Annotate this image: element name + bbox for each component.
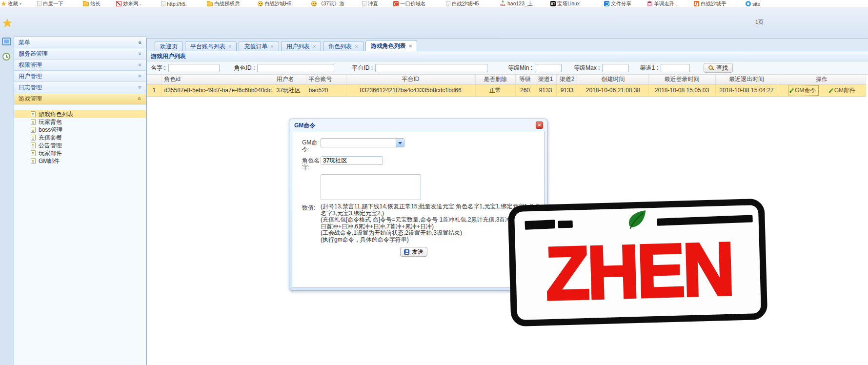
item-label: 玩家背包 xyxy=(39,118,62,126)
dialog-close-button[interactable]: × xyxy=(536,122,543,129)
column-header[interactable]: 渠道1 xyxy=(535,75,556,84)
column-header[interactable]: 操作 xyxy=(778,75,866,84)
tab-bar: 欢迎页 平台账号列表× 充值订单× 用户列表× 角色列表× 游戏角色列表× xyxy=(147,39,868,51)
page-icon xyxy=(362,1,366,6)
cell-last-logout-time: 2018-10-08 15:04:27 xyxy=(715,84,778,96)
sidebar-item-boss[interactable]: boss管理 xyxy=(14,126,146,134)
bookmark-item[interactable]: 单调走升， xyxy=(647,0,680,7)
sidebar-item-player-bag[interactable]: 玩家背包 xyxy=(14,118,146,126)
column-header[interactable]: 平台账号 xyxy=(306,75,346,84)
page-icon xyxy=(37,1,41,6)
level-max-filter-input[interactable] xyxy=(602,64,629,72)
column-header-seq[interactable] xyxy=(147,75,161,84)
table-row[interactable]: 1 d35587e8-5ebc-49d7-ba7e-f6c6bb040cfc 3… xyxy=(147,84,866,96)
gm-command-select[interactable] xyxy=(321,138,404,147)
gm-mail-button[interactable]: GM邮件 xyxy=(830,86,855,95)
sidebar: 菜单 « 服务器管理 « 权限管理 « 用户管理 « 日志管理 « 游戏管理 «… xyxy=(14,37,146,365)
red-badge-icon xyxy=(393,1,399,6)
value-textarea[interactable] xyxy=(321,174,421,200)
sidebar-section-game[interactable]: 游戏管理 « xyxy=(14,93,146,104)
tab-label: 充值订单 xyxy=(244,42,267,51)
close-icon[interactable]: × xyxy=(409,43,412,49)
sidebar-item-gm-mail[interactable]: GM邮件 xyxy=(14,157,146,165)
tab-user-list[interactable]: 用户列表× xyxy=(281,41,321,51)
gm-command-button[interactable]: GM命令 xyxy=(788,85,819,96)
column-header[interactable]: 用户名 xyxy=(274,75,306,84)
row-seq: 1 xyxy=(147,84,161,96)
column-header[interactable]: 最近登录时间 xyxy=(648,75,715,84)
close-icon[interactable]: × xyxy=(270,44,273,49)
chevron-down-icon[interactable] xyxy=(396,139,404,147)
tab-label: 平台账号列表 xyxy=(190,42,225,51)
tab-platform-accounts[interactable]: 平台账号列表× xyxy=(185,41,237,51)
clock-icon[interactable] xyxy=(2,53,10,61)
taobao-icon xyxy=(694,1,699,6)
sidebar-item-player-mail[interactable]: 玩家邮件 xyxy=(14,149,146,157)
sidebar-item-announcement[interactable]: 公告管理 xyxy=(14,142,146,149)
search-button[interactable]: 查找 xyxy=(704,63,733,73)
bookmark-label: 白度一下 xyxy=(43,0,63,7)
level-min-filter-input[interactable] xyxy=(535,64,562,72)
bookmark-item[interactable]: 白战授权后 xyxy=(207,0,240,7)
star-icon xyxy=(1,1,6,6)
platform-id-filter-label: 平台ID : xyxy=(352,64,373,72)
collapse-sidebar-icon[interactable]: « xyxy=(138,39,141,46)
bookmark-item[interactable]: 文件分享 xyxy=(604,0,631,7)
tab-role-list[interactable]: 角色列表× xyxy=(323,41,363,51)
channel1-filter-input[interactable] xyxy=(661,64,690,72)
tab-label: 欢迎页 xyxy=(160,42,178,51)
sidebar-item-recharge-package[interactable]: 充值套餐 xyxy=(14,134,146,142)
gm-command-select-value xyxy=(321,139,396,147)
bookmark-item[interactable]: 站长 xyxy=(83,0,101,7)
column-header[interactable]: 创建时间 xyxy=(578,75,648,84)
name-filter-input[interactable] xyxy=(168,64,220,72)
tab-recharge-orders[interactable]: 充值订单× xyxy=(239,41,279,51)
bookmark-item[interactable]: 白战沙城H5 xyxy=(258,0,291,7)
tab-game-role-list[interactable]: 游戏角色列表× xyxy=(365,40,417,51)
bookmark-item[interactable]: 白战沙城手 xyxy=(694,0,727,7)
tab-label: 用户列表 xyxy=(286,42,310,51)
sidebar-section-log[interactable]: 日志管理 « xyxy=(14,82,146,93)
document-icon xyxy=(31,127,36,133)
close-icon[interactable]: × xyxy=(228,44,231,49)
tab-welcome[interactable]: 欢迎页 xyxy=(155,41,183,51)
bookmark-item[interactable]: 《37玩》游 xyxy=(311,0,344,7)
chevron-down-icon: « xyxy=(137,75,143,78)
bookmark-item[interactable]: site xyxy=(746,0,760,7)
bookmark-item[interactable]: 一口价域名 xyxy=(393,0,426,7)
column-header[interactable]: 最近退出时间 xyxy=(715,75,778,84)
bookmark-item[interactable]: BT宝塔Linux xyxy=(550,0,580,7)
bookmark-item[interactable]: 白战沙城H5 xyxy=(446,0,479,7)
bookmark-item[interactable]: 炒米网 - xyxy=(116,0,141,7)
bookmark-label: hao123_上 xyxy=(507,0,532,7)
sidebar-section-permission[interactable]: 权限管理 « xyxy=(14,60,146,71)
column-header[interactable]: 平台ID xyxy=(346,75,475,84)
sidebar-section-server[interactable]: 服务器管理 « xyxy=(14,48,146,60)
bookmark-item[interactable]: 冲直 xyxy=(362,0,378,7)
bookmark-label: 白战沙城H5 xyxy=(452,0,479,7)
monitor-icon[interactable] xyxy=(2,38,11,45)
bookmark-favorites[interactable]: 收藏▾ xyxy=(1,0,21,7)
bookmark-label: 《37玩》游 xyxy=(318,0,344,7)
column-header[interactable]: 角色id xyxy=(161,75,274,84)
dialog-title: GM命令 xyxy=(292,120,545,131)
column-header[interactable]: 是否删除 xyxy=(475,75,515,84)
column-header[interactable]: 等级 xyxy=(515,75,535,84)
section-label: 游戏管理 xyxy=(19,95,42,103)
close-icon[interactable]: × xyxy=(313,44,316,49)
role-name-input[interactable] xyxy=(321,156,383,165)
hao123-icon: hao xyxy=(500,1,506,6)
bookmark-item[interactable]: 白度一下 xyxy=(37,0,63,7)
role-id-filter-input[interactable] xyxy=(257,64,334,72)
close-icon[interactable]: × xyxy=(355,44,358,49)
baota-icon: BT xyxy=(550,1,556,6)
bookmark-item[interactable]: haohao123_上 xyxy=(500,0,532,7)
sidebar-section-user[interactable]: 用户管理 « xyxy=(14,71,146,82)
section-label: 权限管理 xyxy=(19,61,42,69)
send-button[interactable]: 发送 xyxy=(400,247,427,257)
bookmark-item[interactable]: http://h5. xyxy=(161,0,187,7)
cell-create-time: 2018-10-06 21:08:38 xyxy=(578,84,648,96)
column-header[interactable]: 渠道2 xyxy=(556,75,578,84)
sidebar-item-game-role-list[interactable]: 游戏角色列表 xyxy=(14,110,146,118)
platform-id-filter-input[interactable] xyxy=(375,64,487,72)
